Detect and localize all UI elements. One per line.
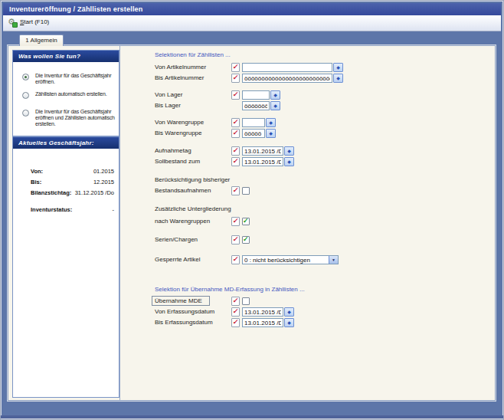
fiscal-row-bis: Bis: 12.2015 <box>13 179 119 185</box>
red-check-icon[interactable] <box>231 74 240 83</box>
lookup-spinner-button[interactable] <box>266 118 276 127</box>
radio-option-open-and-create[interactable]: Die Inventur für das Geschäftsjahr eröff… <box>22 109 116 127</box>
radio-icon[interactable] <box>22 92 29 99</box>
red-check-icon[interactable] <box>231 235 240 244</box>
row-uebernahme-mde: Übernahme MDE <box>120 297 493 306</box>
radio-icon[interactable] <box>22 110 29 116</box>
field-label: Bis Lager <box>155 102 181 110</box>
radio-option-open-inventory[interactable]: Die Inventur für das Geschäftsjahr eröff… <box>22 73 116 85</box>
selection-column: Selektionen für Zähllisten ... Von Artik… <box>120 46 495 400</box>
field-label: Von Erfassungsdatum <box>155 308 214 316</box>
run-gear-icon <box>8 18 18 28</box>
row-bestandsaufnahmen: Bestandsaufnahmen <box>120 186 493 195</box>
fiscal-value: 12.2015 <box>93 179 114 185</box>
field-label: Sollbestand zum <box>155 158 200 166</box>
row-sollbestand: Sollbestand zum <box>120 157 493 166</box>
sollbestand-input[interactable] <box>242 157 283 166</box>
fiscal-label: Bis: <box>31 179 41 185</box>
tab-allgemein[interactable]: 1 Allgemein <box>19 34 64 46</box>
red-check-icon[interactable] <box>231 318 240 327</box>
fiscal-value: 31.12.2015 /Do <box>75 189 114 196</box>
row-serien-chargen: Serien/Chargen <box>120 235 493 244</box>
red-check-icon[interactable] <box>231 157 240 166</box>
row-von-artikelnummer: Von Artikelnummer <box>120 63 493 72</box>
calendar-spinner-button[interactable] <box>284 318 294 327</box>
red-check-icon[interactable] <box>231 63 240 72</box>
row-von-erfassungsdatum: Von Erfassungsdatum <box>120 307 493 317</box>
lookup-spinner-button[interactable] <box>270 101 280 110</box>
row-gesperrte-artikel: Gesperrte Artikel 0 : nicht berücksichti… <box>120 255 493 264</box>
radio-label: Zähllisten automatisch erstellen. <box>35 91 116 97</box>
field-label: Von Artikelnummer <box>155 64 206 71</box>
question-box-title: Was wollen Sie tun? <box>13 51 119 62</box>
fiscal-value: 01.2015 <box>93 168 114 175</box>
fiscal-label: Inventurstatus: <box>31 206 72 213</box>
radio-label: Die Inventur für das Geschäftsjahr eröff… <box>35 109 116 127</box>
field-label: Aufnahmetag <box>155 147 191 155</box>
row-von-lager: Von Lager <box>120 90 493 100</box>
label-beruecksichtigung-line1: Berücksichtigung bisheriger <box>155 176 230 184</box>
field-label: Von Lager <box>155 91 182 99</box>
red-check-icon[interactable] <box>231 90 240 100</box>
window-title: Inventureröffnung / Zähllisten erstellen <box>3 3 501 15</box>
field-label: Gesperrte Artikel <box>155 256 201 264</box>
red-check-icon[interactable] <box>231 307 240 317</box>
row-bis-erfassungsdatum: Bis Erfassungsdatum <box>120 318 493 327</box>
field-label: Serien/Chargen <box>155 236 198 244</box>
bis-lager-input[interactable] <box>242 101 270 110</box>
bis-warengruppe-input[interactable] <box>242 129 265 138</box>
red-check-icon[interactable] <box>231 118 240 127</box>
red-check-icon[interactable] <box>231 146 240 156</box>
bis-artikelnummer-input[interactable] <box>242 74 332 83</box>
von-artikelnummer-input[interactable] <box>242 63 332 72</box>
von-warengruppe-input[interactable] <box>242 118 265 127</box>
red-check-icon[interactable] <box>231 186 240 195</box>
serien-chargen-checkbox[interactable] <box>242 236 250 244</box>
lookup-spinner-button[interactable] <box>333 74 343 83</box>
gesperrte-artikel-value: 0 : nicht berücksichtigen <box>244 257 327 264</box>
label-untergliederung-line1: Zusätzliche Untergliederung <box>155 205 231 213</box>
red-check-icon[interactable] <box>231 129 240 138</box>
aufnahmetag-input[interactable] <box>242 146 283 156</box>
window-bottom-edge <box>1 415 503 418</box>
von-erfassungsdatum-input[interactable] <box>242 307 283 317</box>
lookup-spinner-button[interactable] <box>266 129 276 138</box>
start-button-rest: tart (F10) <box>24 18 49 25</box>
field-label: Von Warengruppe <box>155 119 204 126</box>
radio-option-create-lists[interactable]: Zähllisten automatisch erstellen. <box>22 91 116 97</box>
radio-label: Die Inventur für das Geschäftsjahr eröff… <box>35 73 116 85</box>
row-nach-warengruppen: nach Warengruppen <box>120 217 493 226</box>
bis-erfassungsdatum-input[interactable] <box>242 318 283 327</box>
lookup-spinner-button[interactable] <box>270 90 280 100</box>
row-bis-warengruppe: Bis Warengruppe <box>120 129 493 138</box>
calendar-spinner-button[interactable] <box>284 157 294 166</box>
start-button[interactable]: Start (F10) <box>20 18 49 25</box>
red-check-icon[interactable] <box>231 217 240 226</box>
field-label: Bis Artikelnummer <box>155 74 204 82</box>
section-title-mde: Selektion für Übernahme MD-Erfassung in … <box>155 286 305 294</box>
field-label: Bis Warengruppe <box>155 130 202 137</box>
radio-selected-icon[interactable] <box>22 74 29 80</box>
fiscal-row-von: Von: 01.2015 <box>13 168 119 175</box>
fiscal-row-inventurstatus: Inventurstatus: - <box>13 206 119 213</box>
gesperrte-artikel-select[interactable]: 0 : nicht berücksichtigen <box>242 255 339 264</box>
app-window: Inventureröffnung / Zähllisten erstellen… <box>0 0 504 420</box>
fiscal-row-bilanzstichtag: Bilanzstichtag: 31.12.2015 /Do <box>13 189 119 196</box>
nach-warengruppen-checkbox[interactable] <box>242 218 250 225</box>
field-label: Bestandsaufnahmen <box>155 187 211 195</box>
calendar-spinner-button[interactable] <box>284 307 294 317</box>
bestandsaufnahmen-checkbox[interactable] <box>242 187 250 195</box>
calendar-spinner-button[interactable] <box>284 146 294 156</box>
von-lager-input[interactable] <box>242 90 270 100</box>
red-check-icon[interactable] <box>231 255 240 264</box>
fiscal-year-box: Aktuelles Geschäftsjahr: Von: 01.2015 Bi… <box>12 136 119 398</box>
row-von-warengruppe: Von Warengruppe <box>120 118 493 127</box>
fiscal-label: Von: <box>31 168 43 175</box>
fiscal-value: - <box>113 206 115 213</box>
question-box: Was wollen Sie tun? Die Inventur für das… <box>12 50 119 136</box>
row-bis-lager: Bis Lager <box>120 101 493 110</box>
dropdown-arrow-icon[interactable] <box>329 256 338 264</box>
uebernahme-mde-checkbox[interactable] <box>242 297 250 305</box>
red-check-icon[interactable] <box>231 297 240 306</box>
lookup-spinner-button[interactable] <box>333 63 343 72</box>
